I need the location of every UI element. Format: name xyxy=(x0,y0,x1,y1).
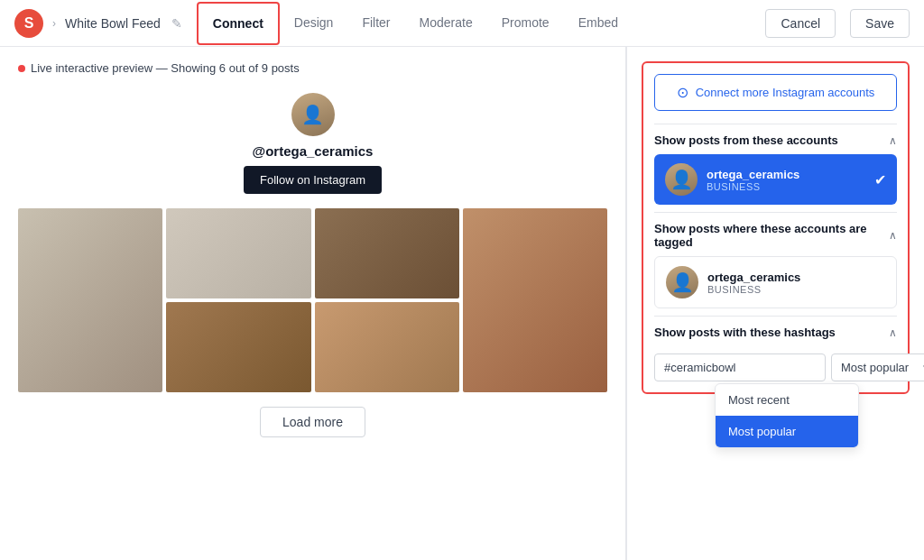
photo-cell-4 xyxy=(463,208,607,392)
account-avatar-tagged: 👤 xyxy=(666,266,698,298)
edit-icon[interactable]: ✎ xyxy=(171,16,182,31)
profile-avatar: 👤 xyxy=(291,93,335,136)
sort-option-recent[interactable]: Most recent xyxy=(716,384,858,416)
tab-filter[interactable]: Filter xyxy=(347,3,404,44)
connect-instagram-button[interactable]: ⊙ Connect more Instagram accounts xyxy=(654,74,897,111)
account-info-tagged: ortega_ceramics BUSINESS xyxy=(707,271,885,295)
cancel-button[interactable]: Cancel xyxy=(765,9,836,38)
nav-tabs: Connect Design Filter Moderate Promote E… xyxy=(197,2,633,45)
live-dot xyxy=(18,65,25,72)
tab-connect[interactable]: Connect xyxy=(197,2,280,45)
right-panel: ⊙ Connect more Instagram accounts Show p… xyxy=(626,47,924,560)
section-hashtags-chevron[interactable]: ∧ xyxy=(889,326,897,339)
instagram-icon: ⊙ xyxy=(677,84,688,101)
photo-cell-2 xyxy=(166,208,310,298)
follow-button[interactable]: Follow on Instagram xyxy=(244,166,382,194)
hashtag-input-row: Most recent Most popular ▾ Add xyxy=(654,353,897,381)
account-avatar-from: 👤 xyxy=(665,163,698,196)
account-type-tagged: BUSINESS xyxy=(707,284,885,295)
photo-cell-5 xyxy=(166,302,310,392)
section-from-header: Show posts from these accounts ∧ xyxy=(654,124,897,154)
tab-embed[interactable]: Embed xyxy=(564,3,633,44)
check-icon-from: ✔ xyxy=(874,171,886,188)
tab-design[interactable]: Design xyxy=(280,3,348,44)
account-name-from: ortega_ceramics xyxy=(707,168,865,181)
sort-select-wrap: Most recent Most popular ▾ xyxy=(831,353,924,381)
section-tagged-header: Show posts where these accounts are tagg… xyxy=(654,212,897,256)
hashtag-input[interactable] xyxy=(654,353,826,381)
tab-moderate[interactable]: Moderate xyxy=(405,3,487,44)
top-nav: S › White Bowl Feed ✎ Connect Design Fil… xyxy=(0,0,924,47)
load-more-section: Load more xyxy=(18,407,607,437)
status-text: Live interactive preview — Showing 6 out… xyxy=(31,61,300,75)
breadcrumb-arrow: › xyxy=(52,17,56,30)
section-tagged-title: Show posts where these accounts are tagg… xyxy=(654,222,889,249)
tab-promote[interactable]: Promote xyxy=(487,3,564,44)
account-avatar-image-from: 👤 xyxy=(665,163,698,196)
profile-handle: @ortega_ceramics xyxy=(18,143,607,159)
breadcrumb-label: White Bowl Feed xyxy=(65,16,161,31)
sort-dropdown-menu: Most recent Most popular xyxy=(715,383,859,448)
photo-cell-3 xyxy=(315,208,459,298)
photo-cell-1 xyxy=(18,208,162,392)
status-bar: Live interactive preview — Showing 6 out… xyxy=(18,61,607,75)
account-card-tagged-ortega[interactable]: 👤 ortega_ceramics BUSINESS xyxy=(654,256,897,308)
account-type-from: BUSINESS xyxy=(707,181,865,192)
account-info-from: ortega_ceramics BUSINESS xyxy=(707,168,865,192)
account-avatar-image-tagged: 👤 xyxy=(666,266,698,298)
left-panel: Live interactive preview — Showing 6 out… xyxy=(0,47,626,560)
save-button[interactable]: Save xyxy=(850,9,910,38)
sort-option-popular[interactable]: Most popular xyxy=(716,416,858,447)
load-more-button[interactable]: Load more xyxy=(260,407,365,437)
photo-grid xyxy=(18,208,607,392)
right-panel-border: ⊙ Connect more Instagram accounts Show p… xyxy=(642,61,910,394)
section-from-chevron[interactable]: ∧ xyxy=(889,134,897,147)
account-name-tagged: ortega_ceramics xyxy=(707,271,885,284)
main-layout: Live interactive preview — Showing 6 out… xyxy=(0,47,924,560)
section-hashtags-header: Show posts with these hashtags ∧ xyxy=(654,316,897,346)
photo-cell-6 xyxy=(315,302,459,392)
section-from-title: Show posts from these accounts xyxy=(654,133,838,147)
profile-section: 👤 @ortega_ceramics Follow on Instagram xyxy=(18,93,607,194)
section-tagged-chevron[interactable]: ∧ xyxy=(889,229,897,242)
avatar-image: 👤 xyxy=(291,93,335,136)
sort-select[interactable]: Most recent Most popular xyxy=(831,353,924,381)
section-hashtags-title: Show posts with these hashtags xyxy=(654,326,836,339)
logo[interactable]: S xyxy=(14,9,43,38)
account-card-from-ortega[interactable]: 👤 ortega_ceramics BUSINESS ✔ xyxy=(654,154,897,205)
